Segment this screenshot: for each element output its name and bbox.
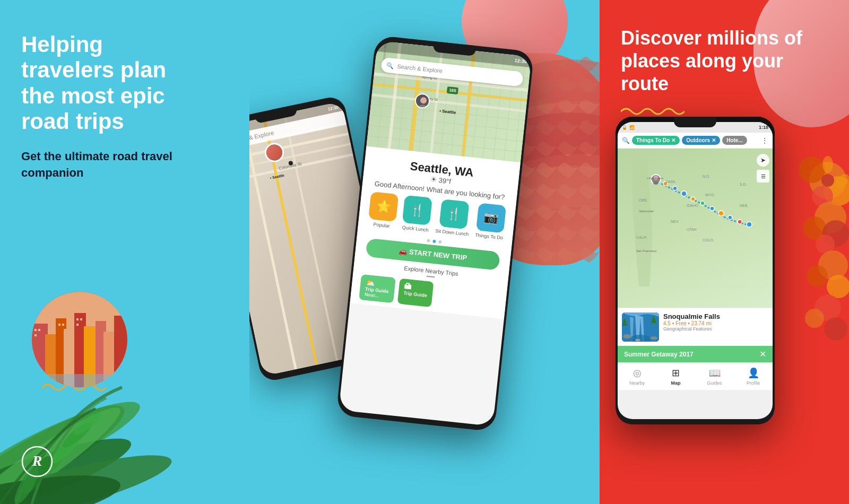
icon-quick-lunch[interactable]: 🍴 Quick Lunch — [401, 195, 432, 233]
svg-point-59 — [700, 201, 705, 205]
icon-popular[interactable]: ⭐ Popular — [368, 192, 399, 229]
bottom-navigation: ◎ Nearby ⊞ Map 📖 Guides 👤 Profile — [618, 362, 773, 390]
svg-text:IDAHO: IDAHO — [687, 204, 699, 207]
svg-point-58 — [691, 197, 695, 201]
svg-text:San Francisco: San Francisco — [636, 249, 657, 253]
filter-things-to-do[interactable]: Things To Do ✕ — [632, 136, 680, 145]
middle-panel: 12:30 🔍 Search & Explore West Edge Sprin… — [249, 0, 600, 504]
route-map: ORE. CALIF. SASK. N.D. S.D. NEB. WYO. ID… — [618, 149, 773, 308]
svg-text:N.D.: N.D. — [703, 175, 710, 178]
icon-things-to-do[interactable]: 📷 Things To Do — [475, 203, 506, 240]
svg-point-52 — [821, 174, 834, 187]
place-card[interactable]: Snoqualmie Falls 4.5 • Free • 23.74 mi G… — [618, 308, 773, 346]
svg-point-50 — [822, 156, 833, 173]
svg-text:UTAH: UTAH — [687, 228, 697, 231]
svg-point-56 — [673, 186, 677, 190]
svg-rect-11 — [38, 329, 40, 331]
phone-2: 165 12:30 🔍 Search & Explore — [336, 35, 534, 431]
svg-text:ORE.: ORE. — [639, 198, 648, 202]
svg-point-88 — [623, 334, 631, 338]
svg-point-67 — [653, 181, 659, 185]
svg-point-60 — [710, 206, 714, 211]
svg-text:SASK.: SASK. — [665, 180, 677, 184]
filter-outdoors[interactable]: Outdoors ✕ — [682, 136, 720, 145]
svg-point-89 — [650, 336, 657, 340]
place-image — [622, 312, 659, 342]
svg-point-49 — [824, 317, 847, 341]
right-panel: Discover millions of places along your r… — [600, 0, 849, 504]
svg-text:• Edmonton: • Edmonton — [647, 177, 663, 180]
trip-bar: Summer Getaway 2017 ✕ — [618, 346, 773, 362]
svg-text:S.D.: S.D. — [740, 183, 747, 186]
svg-point-37 — [799, 157, 825, 183]
svg-text:➤: ➤ — [760, 157, 766, 164]
svg-rect-16 — [80, 318, 82, 320]
icon-sit-down-lunch[interactable]: 🍴 Sit Down Lunch — [435, 198, 472, 237]
filter-hotels[interactable]: Hote... — [722, 136, 747, 145]
svg-rect-12 — [34, 334, 37, 336]
city-photo-circle — [32, 292, 127, 387]
place-info: Snoqualmie Falls 4.5 • Free • 23.74 mi G… — [663, 312, 768, 342]
phone-3: 🔒 📶 1:18 🔍 Things To Do ✕ Outdoors ✕ Hot… — [616, 117, 775, 424]
sub-headline: Get the ultimate road travel companion — [21, 149, 180, 181]
svg-rect-10 — [34, 329, 37, 331]
svg-rect-14 — [62, 324, 64, 326]
svg-text:NEB.: NEB. — [740, 204, 748, 207]
svg-text:☰: ☰ — [761, 173, 766, 179]
svg-rect-13 — [58, 324, 60, 326]
nav-nearby[interactable]: ◎ Nearby — [618, 363, 656, 390]
svg-point-90 — [635, 339, 640, 341]
close-trip-button[interactable]: ✕ — [759, 349, 766, 359]
svg-point-62 — [728, 215, 732, 220]
right-squiggle — [621, 106, 685, 117]
filter-bar: 🔍 Things To Do ✕ Outdoors ✕ Hote... ⋮ — [618, 133, 773, 149]
svg-text:WYO.: WYO. — [705, 193, 715, 197]
svg-text:CALIF.: CALIF. — [636, 236, 647, 239]
main-headline: Helping travelers plan the most epic roa… — [21, 32, 202, 134]
svg-point-63 — [738, 220, 742, 224]
svg-text:Vancouver: Vancouver — [639, 210, 654, 213]
left-panel: Helping travelers plan the most epic roa… — [0, 0, 249, 504]
right-headline: Discover millions of places along your r… — [621, 27, 822, 95]
svg-text:R: R — [32, 453, 42, 469]
nav-guides[interactable]: 📖 Guides — [695, 363, 734, 390]
trip-guide-card-2[interactable]: 🏔 Trip Guide — [397, 278, 434, 307]
svg-point-48 — [805, 309, 824, 328]
svg-text:COLO.: COLO. — [703, 238, 714, 242]
svg-point-45 — [807, 265, 828, 286]
nav-map[interactable]: ⊞ Map — [656, 363, 695, 390]
svg-rect-17 — [76, 324, 79, 326]
svg-point-61 — [718, 211, 724, 216]
svg-point-34 — [420, 97, 427, 104]
brand-logo: R — [21, 446, 53, 477]
svg-text:NEV.: NEV. — [671, 220, 679, 223]
svg-point-64 — [747, 222, 752, 227]
svg-rect-15 — [76, 318, 79, 320]
trip-guide-card-1[interactable]: ⛅ Trip Guide Near... — [359, 274, 395, 303]
nav-profile[interactable]: 👤 Profile — [734, 363, 773, 390]
svg-point-57 — [681, 191, 687, 196]
